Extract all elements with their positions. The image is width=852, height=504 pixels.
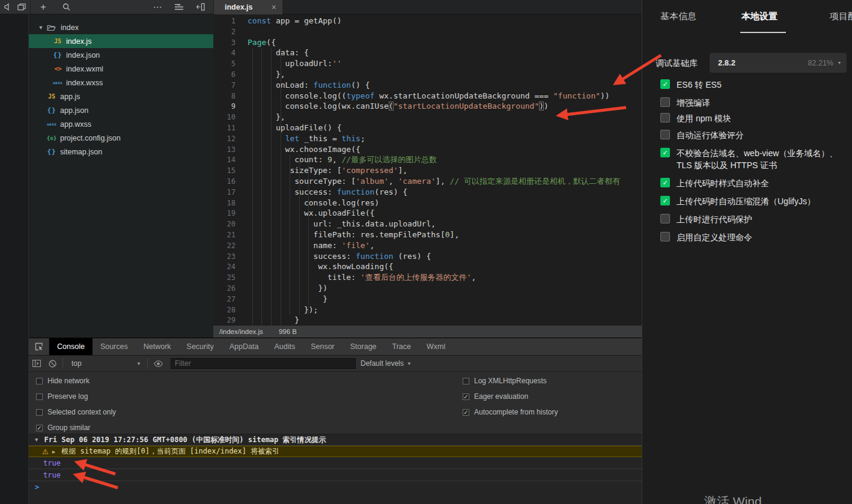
tab-close-icon[interactable]: × xyxy=(272,2,276,12)
checkbox-icon[interactable] xyxy=(660,232,670,241)
console-option-log-xmlhttprequests[interactable]: Log XMLHttpRequests xyxy=(463,377,547,385)
devtools-tab-network[interactable]: Network xyxy=(136,338,179,355)
checkbox-icon[interactable]: ✓ xyxy=(660,178,670,187)
expand-caret-icon[interactable]: ▶ xyxy=(52,449,55,455)
setting-option-3[interactable]: 使用 npm 模块 xyxy=(660,112,844,124)
settings-tab-2[interactable]: 本地设置 xyxy=(741,11,777,22)
checkbox-icon[interactable] xyxy=(660,214,670,223)
devtools-tab-trace[interactable]: Trace xyxy=(385,338,419,355)
inspect-element-icon[interactable] xyxy=(29,338,49,355)
settings-tab-3[interactable]: 项目配置 xyxy=(830,11,852,22)
code-line-8[interactable]: 8 console.log((typeof wx.startLocationUp… xyxy=(213,91,642,102)
clear-console-icon[interactable] xyxy=(44,360,60,368)
tab-index-js[interactable]: index.js × xyxy=(214,0,282,14)
devtools-tab-console[interactable]: Console xyxy=(49,338,93,355)
checkbox-icon[interactable] xyxy=(36,409,43,416)
code-line-16[interactable]: 16 sourceType: ['album', 'camera'], // 可… xyxy=(213,176,642,187)
console-option-group-similar[interactable]: ✓Group similar xyxy=(36,424,90,432)
windows-stack-icon[interactable] xyxy=(15,0,28,14)
log-warning[interactable]: ⚠▶根据 sitemap 的规则[0]，当前页面 [index/index] 将… xyxy=(29,446,642,457)
setting-option-9[interactable]: 启用自定义处理命令 xyxy=(660,231,844,243)
log-levels-selector[interactable]: Default levels ▼ xyxy=(361,359,412,368)
settings-tab-1[interactable]: 基本信息 xyxy=(660,11,696,22)
file-item-app.json[interactable]: {}app.json xyxy=(29,103,213,117)
setting-option-6[interactable]: ✓上传代码时样式自动补全 xyxy=(660,177,844,189)
file-item-index.js[interactable]: JSindex.js xyxy=(29,34,213,48)
collapse-caret-icon[interactable]: ▼ xyxy=(35,437,38,443)
code-line-25[interactable]: 25 title: '查看后台的上传服务器的文件', xyxy=(213,272,642,283)
code-line-19[interactable]: 19 wx.uploadFile({ xyxy=(213,208,642,219)
console-option-autocomplete-from-history[interactable]: ✓Autocomplete from history xyxy=(463,408,558,416)
checkbox-icon[interactable] xyxy=(660,97,670,107)
search-icon[interactable] xyxy=(59,0,73,14)
code-line-23[interactable]: 23 success: function (res) { xyxy=(213,251,642,262)
collapse-sidebar-icon[interactable] xyxy=(194,0,207,14)
code-line-28[interactable]: 28 }); xyxy=(213,305,642,315)
code-line-5[interactable]: 5 uploadUrl:'' xyxy=(213,58,642,69)
checkbox-icon[interactable]: ✓ xyxy=(660,79,670,89)
checkbox-icon[interactable] xyxy=(36,378,43,384)
devtools-tab-sensor[interactable]: Sensor xyxy=(303,338,342,355)
code-line-9[interactable]: 9 console.log(wx.canIUse("startLocationU… xyxy=(213,101,642,112)
checkbox-icon[interactable] xyxy=(463,378,469,384)
code-line-2[interactable]: 2 xyxy=(213,26,642,37)
checkbox-icon[interactable] xyxy=(660,130,670,139)
code-line-21[interactable]: 21 filePath: res.tempFilePaths[0], xyxy=(213,229,642,240)
console-option-selected-context-only[interactable]: Selected context only xyxy=(36,408,116,416)
devtools-tab-wxml[interactable]: Wxml xyxy=(419,338,453,355)
code-line-20[interactable]: 20 url: _this.data.uploadUrl, xyxy=(213,219,642,229)
devtools-tab-security[interactable]: Security xyxy=(179,338,222,355)
file-item-index.wxml[interactable]: <>index.wxml xyxy=(29,62,213,76)
setting-option-2[interactable]: 增强编译 xyxy=(660,97,844,109)
more-icon[interactable]: ⋯ xyxy=(151,0,164,14)
code-line-13[interactable]: 13 wx.chooseImage({ xyxy=(213,144,642,155)
checkbox-icon[interactable]: ✓ xyxy=(463,409,469,416)
devtools-tab-audits[interactable]: Audits xyxy=(266,338,303,355)
code-line-18[interactable]: 18 console.log(res) xyxy=(213,198,642,208)
checkbox-icon[interactable] xyxy=(660,113,670,123)
code-line-26[interactable]: 26 }) xyxy=(213,283,642,294)
file-item-sitemap.json[interactable]: {}sitemap.json xyxy=(29,145,213,159)
checkbox-icon[interactable]: ✓ xyxy=(463,393,469,400)
checkbox-icon[interactable]: ✓ xyxy=(660,148,670,157)
code-line-27[interactable]: 27 } xyxy=(213,294,642,305)
library-version-dropdown[interactable]: 2.8.2 82.21% ▾ xyxy=(710,53,847,73)
speaker-icon[interactable] xyxy=(1,0,14,14)
file-item-index.json[interactable]: {}index.json xyxy=(29,48,213,62)
code-line-15[interactable]: 15 sizeType: ['compressed'], xyxy=(213,165,642,176)
devtools-tab-appdata[interactable]: AppData xyxy=(222,338,267,355)
code-line-4[interactable]: 4 data: { xyxy=(213,47,642,58)
code-editor[interactable]: 1const app = getApp()23Page({4 data: {5 … xyxy=(213,14,642,326)
folder-row-index[interactable]: ▼ index xyxy=(29,20,213,34)
file-item-index.wxss[interactable]: wxssindex.wxss xyxy=(29,76,213,90)
checkbox-icon[interactable] xyxy=(36,393,43,400)
devtools-tab-storage[interactable]: Storage xyxy=(342,338,385,355)
console-prompt[interactable]: > xyxy=(29,481,642,493)
devtools-tab-sources[interactable]: Sources xyxy=(93,338,136,355)
checkbox-icon[interactable]: ✓ xyxy=(36,425,43,431)
console-option-eager-evaluation[interactable]: ✓Eager evaluation xyxy=(463,392,528,401)
setting-option-4[interactable]: 自动运行体验评分 xyxy=(660,129,844,141)
code-line-10[interactable]: 10 }, xyxy=(213,112,642,123)
console-option-hide-network[interactable]: Hide network xyxy=(36,377,90,385)
setting-option-8[interactable]: 上传时进行代码保护 xyxy=(660,213,844,225)
code-line-1[interactable]: 1const app = getApp() xyxy=(213,16,642,26)
file-item-app.js[interactable]: JSapp.js xyxy=(29,90,213,103)
setting-option-7[interactable]: ✓上传代码时自动压缩混淆（UglifyJs） xyxy=(660,195,844,207)
context-selector[interactable]: top ▼ xyxy=(65,359,145,368)
add-file-icon[interactable]: + xyxy=(37,0,50,14)
code-line-12[interactable]: 12 let _this = this; xyxy=(213,133,642,144)
code-line-7[interactable]: 7 onLoad: function() { xyxy=(213,80,642,91)
code-line-11[interactable]: 11 uploadFile() { xyxy=(213,123,642,133)
console-option-preserve-log[interactable]: Preserve log xyxy=(36,392,88,401)
setting-option-1[interactable]: ✓ES6 转 ES5 xyxy=(660,79,844,91)
code-line-17[interactable]: 17 success: function(res) { xyxy=(213,187,642,198)
code-line-24[interactable]: 24 wx.showLoading({ xyxy=(213,261,642,272)
code-line-6[interactable]: 6 }, xyxy=(213,69,642,80)
setting-option-5[interactable]: ✓不校验合法域名、web-view（业务域名）、TLS 版本以及 HTTPS 证… xyxy=(660,147,844,171)
code-line-22[interactable]: 22 name: 'file', xyxy=(213,240,642,251)
log-group-header[interactable]: ▼Fri Sep 06 2019 17:27:56 GMT+0800 (中国标准… xyxy=(29,434,642,446)
file-item-project.config.json[interactable]: {o}project.config.json xyxy=(29,131,213,145)
file-item-app.wxss[interactable]: wxssapp.wxss xyxy=(29,117,213,131)
checkbox-icon[interactable]: ✓ xyxy=(660,196,670,205)
